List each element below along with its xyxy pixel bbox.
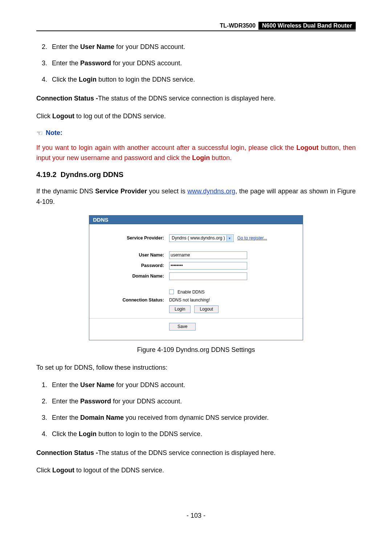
note-body: If you want to login again with another …: [36, 143, 356, 164]
step-text: Click the: [52, 76, 79, 83]
page-header: TL-WDR3500 N600 Wireless Dual Band Route…: [36, 22, 356, 31]
password-input[interactable]: [169, 262, 247, 270]
dyndns-link[interactable]: www.dyndns.org: [187, 188, 235, 195]
connection-status-row: Connection Status: DDNS not launching!: [89, 297, 303, 303]
step-item: Enter the User Name for your DDNS accoun…: [49, 380, 356, 390]
logout-pre: Click: [36, 112, 52, 120]
domain-label: Domain Name:: [89, 274, 169, 279]
note-text: button.: [210, 154, 232, 161]
step-item: Click the Login button to login to the D…: [49, 429, 356, 439]
section-heading: 4.19.2 Dyndns.org DDNS: [36, 171, 356, 179]
step-text: Enter the: [52, 381, 80, 389]
step-text: button to login the DDNS service.: [97, 76, 195, 83]
logout-button[interactable]: Logout: [194, 305, 219, 313]
note-label: Note:: [46, 129, 62, 137]
step-text: Enter the: [52, 398, 80, 405]
save-row: Save: [89, 323, 303, 331]
conn-status-text: The status of the DDNS service connectio…: [98, 449, 275, 456]
enable-ddns-label: Enable DDNS: [177, 290, 205, 295]
section-title: Dyndns.org DDNS: [61, 171, 123, 178]
step-text: Enter the: [52, 414, 80, 421]
step-bold: User Name: [80, 43, 114, 50]
figure-title: DDNS: [89, 216, 303, 224]
provider-row: Service Provider: Dyndns ( www.dyndns.or…: [89, 234, 303, 242]
step-bold: Login: [79, 430, 97, 438]
logout-post: to logout of the DDNS service.: [74, 467, 164, 474]
step-text: button to login to the DDNS service.: [97, 430, 202, 438]
connection-status-value: DDNS not launching!: [169, 297, 210, 303]
section-number: 4.19.2: [36, 171, 57, 178]
step-item: Enter the Domain Name you received from …: [49, 413, 356, 423]
top-steps-list: Enter the User Name for your DDNS accoun…: [36, 42, 356, 85]
chevron-down-icon: ▾: [226, 235, 233, 241]
step-item: Click the Login button to login the DDNS…: [49, 75, 356, 85]
step-text: for your DDNS account.: [111, 59, 182, 67]
password-label: Password:: [89, 263, 169, 268]
step-text: Click the: [52, 430, 79, 438]
register-link[interactable]: Go to register...: [237, 235, 267, 241]
conn-status-label: Connection Status -: [36, 95, 98, 102]
note-logout-bold: Logout: [296, 144, 318, 151]
step-text: for your DDNS account.: [114, 381, 185, 389]
intro-text: If the dynamic DNS: [36, 188, 95, 195]
model-number: TL-WDR3500: [217, 22, 258, 30]
intro-paragraph: If the dynamic DNS Service Provider you …: [36, 186, 356, 207]
enable-ddns-row: Enable DDNS: [89, 290, 303, 295]
pointing-hand-icon: ☞: [36, 129, 43, 138]
setup-intro: To set up for DDNS, follow these instruc…: [36, 362, 356, 373]
conn-status-text: The status of the DDNS service connectio…: [98, 95, 275, 102]
save-button[interactable]: Save: [169, 323, 196, 331]
login-buttons-row: Login Logout: [89, 305, 303, 313]
note-login-bold: Login: [192, 154, 210, 161]
logout-desc-2: Click Logout to logout of the DDNS servi…: [36, 465, 356, 476]
conn-status-label: Connection Status -: [36, 449, 98, 456]
username-input[interactable]: [169, 251, 247, 259]
provider-label: Service Provider:: [89, 235, 169, 241]
ddns-figure: DDNS Service Provider: Dyndns ( www.dynd…: [89, 215, 303, 340]
note-text: If you want to login again with another …: [36, 144, 296, 151]
step-item: Enter the Password for your DDNS account…: [49, 58, 356, 68]
domain-row: Domain Name:: [89, 272, 303, 280]
logout-bold: Logout: [52, 112, 74, 120]
intro-text: you select is: [147, 188, 187, 195]
step-text: Enter the: [52, 59, 80, 67]
username-row: User Name:: [89, 251, 303, 259]
step-text: for your DDNS account.: [111, 398, 182, 405]
login-button[interactable]: Login: [169, 305, 191, 313]
step-bold: Domain Name: [80, 414, 124, 421]
username-label: User Name:: [89, 253, 169, 258]
logout-post: to log out of the DDNS service.: [74, 112, 166, 120]
provider-select[interactable]: Dyndns ( www.dyndns.org ) ▾: [169, 234, 234, 242]
note-header: ☞ Note:: [36, 129, 356, 138]
model-description: N600 Wireless Dual Band Router: [258, 22, 356, 30]
intro-bold: Service Provider: [95, 188, 147, 195]
logout-pre: Click: [36, 467, 52, 474]
step-bold: Password: [80, 59, 111, 67]
domain-input[interactable]: [169, 272, 247, 280]
logout-bold: Logout: [52, 467, 74, 474]
step-bold: Login: [79, 76, 97, 83]
step-text: you received from dynamic DNS service pr…: [124, 414, 269, 421]
step-item: Enter the User Name for your DDNS accoun…: [49, 42, 356, 52]
connection-status-desc-2: Connection Status -The status of the DDN…: [36, 448, 356, 458]
step-bold: Password: [80, 398, 111, 405]
step-text: for your DDNS account.: [114, 43, 185, 50]
password-row: Password:: [89, 262, 303, 270]
figure-caption: Figure 4-109 Dyndns.org DDNS Settings: [36, 346, 356, 354]
bottom-steps-list: Enter the User Name for your DDNS accoun…: [36, 380, 356, 439]
logout-desc: Click Logout to log out of the DDNS serv…: [36, 111, 356, 122]
step-text: Enter the: [52, 43, 80, 50]
enable-ddns-checkbox[interactable]: [169, 290, 174, 294]
page-number: - 103 -: [36, 512, 356, 520]
connection-status-label: Connection Status:: [89, 297, 169, 303]
connection-status-desc: Connection Status -The status of the DDN…: [36, 93, 356, 104]
step-item: Enter the Password for your DDNS account…: [49, 397, 356, 406]
step-bold: User Name: [80, 381, 114, 389]
provider-value: Dyndns ( www.dyndns.org ): [170, 235, 226, 241]
